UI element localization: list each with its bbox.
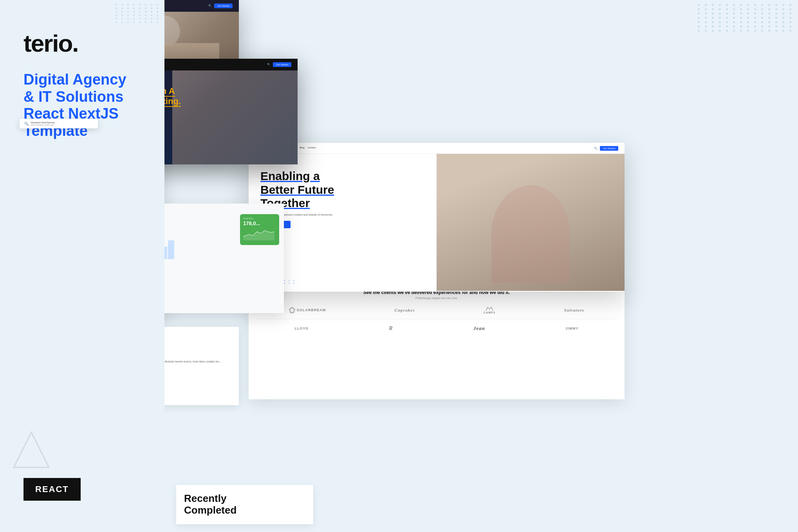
- left-panel: // dots rendered via CSS below: [0, 0, 164, 532]
- preview5-nav-cta: Get Started: [600, 146, 618, 151]
- dot-grid-right: [698, 4, 794, 32]
- preview5-hero-photo: [437, 154, 625, 291]
- dot-grid-left: [116, 4, 161, 23]
- preview6-clients-row2: LLOYD R Jean JIMMY: [256, 325, 617, 332]
- preview1-nav-cta: Get Started: [214, 4, 233, 8]
- preview6-clients-row1: SOLARBREAM Cupcakes CAMPS Salvatore: [256, 306, 617, 314]
- client-diamond-icon: [289, 307, 295, 313]
- preview5-nav: terio. Home Pages Portfolio Blog Contact…: [249, 143, 625, 154]
- search-icon: 🔍: [24, 122, 29, 126]
- preview4-green-card: Total Rev... 178,0...: [240, 214, 279, 245]
- template-preview-5: terio. Home Pages Portfolio Blog Contact…: [249, 143, 625, 292]
- preview1-search-bar: 🔍 Research And Discove... Morbi interdum…: [20, 119, 98, 128]
- recently-title: Recently Completed: [184, 493, 305, 516]
- svg-marker-0: [14, 432, 49, 467]
- svg-marker-4: [290, 308, 294, 312]
- react-badge: REACT: [23, 478, 81, 501]
- tagline: Digital Agency & IT Solutions React Next…: [23, 71, 141, 140]
- preview5-hero: Enabling a Better Future Together How we…: [249, 154, 625, 291]
- preview2-hero-photo: [172, 70, 298, 164]
- recently-completed-section: Recently Completed: [176, 485, 313, 524]
- preview2-nav-cta: Get Started: [273, 62, 291, 67]
- template-preview-6: See the clients we've delivered experien…: [249, 282, 625, 399]
- decorative-triangle: [12, 430, 51, 469]
- green-card-chart: [243, 229, 274, 240]
- camps-icon: [486, 306, 493, 311]
